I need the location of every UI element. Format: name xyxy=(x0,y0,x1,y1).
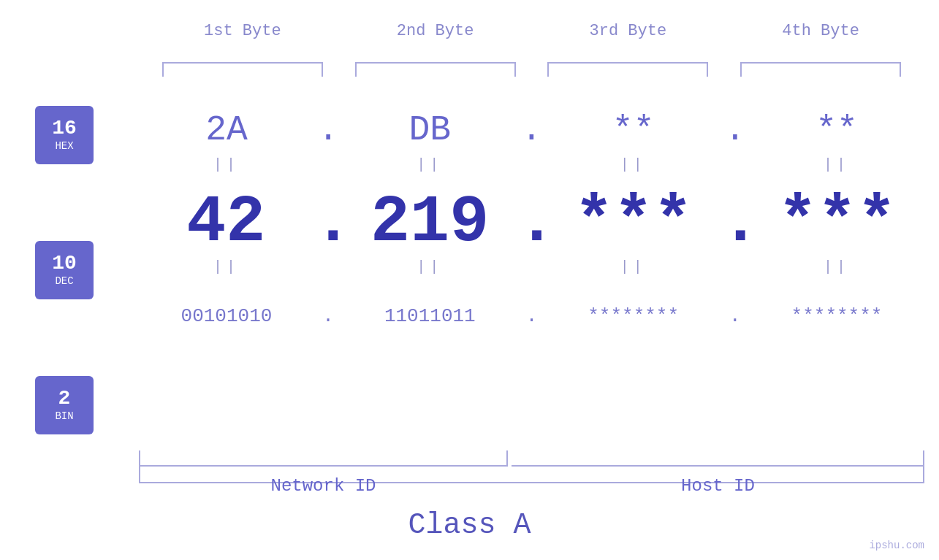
hex-dot-3: . xyxy=(721,110,749,150)
byte-header-4: 4th Byte xyxy=(729,22,912,40)
dec-val-1: 42 xyxy=(186,185,265,260)
hex-cell-1: 2A xyxy=(139,110,314,150)
dec-row: 42 . 219 . *** . *** xyxy=(139,190,924,256)
hex-dot-1: . xyxy=(314,110,342,150)
base-labels: 16 HEX 10 DEC 2 BIN xyxy=(35,106,94,434)
parallel-row-1: || || || || xyxy=(139,153,924,175)
base-badge-hex: 16 HEX xyxy=(35,106,94,164)
bracket-byte-3 xyxy=(547,62,708,77)
byte-header-3: 3rd Byte xyxy=(536,22,719,40)
watermark: ipshu.com xyxy=(869,540,924,551)
bin-val-4: ******** xyxy=(791,305,883,327)
class-label: Class A xyxy=(0,509,939,542)
network-id-label: Network ID xyxy=(139,476,508,496)
network-bracket-bottom xyxy=(139,465,508,467)
parallel-1-3: || xyxy=(546,156,721,173)
host-id-label: Host ID xyxy=(512,476,924,496)
host-bracket-bottom xyxy=(512,465,924,467)
dec-cell-2: 219 xyxy=(343,185,517,260)
dec-cell-1: 42 xyxy=(139,185,313,260)
bin-val-1: 00101010 xyxy=(181,305,273,327)
byte-headers: 1st Byte 2nd Byte 3rd Byte 4th Byte xyxy=(146,22,917,40)
bin-cell-3: ******** xyxy=(546,305,721,327)
dec-cell-3: *** xyxy=(547,185,721,260)
base-badge-dec: 10 DEC xyxy=(35,241,94,299)
parallel-1-1: || xyxy=(139,156,314,173)
parallel-2-1: || xyxy=(139,258,314,275)
hex-name: HEX xyxy=(55,140,73,152)
bin-dot-2: . xyxy=(517,305,545,327)
dec-dot-3: . xyxy=(721,185,750,260)
hex-val-4: ** xyxy=(816,110,858,150)
bin-dot-3: . xyxy=(721,305,749,327)
bracket-byte-1 xyxy=(162,62,323,77)
dec-cell-4: *** xyxy=(750,185,924,260)
byte-header-2: 2nd Byte xyxy=(344,22,527,40)
bin-name: BIN xyxy=(55,410,73,422)
bin-val-3: ******** xyxy=(588,305,679,327)
dec-val-2: 219 xyxy=(370,185,489,260)
dec-val-4: *** xyxy=(778,185,897,260)
main-container: 1st Byte 2nd Byte 3rd Byte 4th Byte 16 H… xyxy=(0,0,939,560)
dec-name: DEC xyxy=(55,275,73,287)
hex-cell-2: DB xyxy=(342,110,517,150)
dec-dot-1: . xyxy=(313,185,343,260)
parallel-2-3: || xyxy=(546,258,721,275)
hex-dot-2: . xyxy=(517,110,545,150)
dec-val-3: *** xyxy=(574,185,693,260)
bracket-byte-4 xyxy=(740,62,901,77)
bin-cell-1: 00101010 xyxy=(139,305,314,327)
bin-cell-4: ******** xyxy=(749,305,924,327)
hex-val-1: 2A xyxy=(205,110,248,150)
hex-num: 16 xyxy=(52,118,77,139)
parallel-2-2: || xyxy=(342,258,517,275)
hex-cell-3: ** xyxy=(546,110,721,150)
bin-val-2: 11011011 xyxy=(384,305,476,327)
bin-dot-1: . xyxy=(314,305,342,327)
parallel-1-4: || xyxy=(749,156,924,173)
network-bracket-right xyxy=(506,450,508,467)
hex-cell-4: ** xyxy=(749,110,924,150)
values-section: 2A . DB . ** . ** || || || || xyxy=(139,80,924,340)
dec-dot-2: . xyxy=(517,185,547,260)
dec-num: 10 xyxy=(52,253,77,274)
host-bracket-right xyxy=(923,450,924,467)
byte-header-1: 1st Byte xyxy=(151,22,334,40)
hex-val-2: DB xyxy=(409,110,452,150)
parallel-1-2: || xyxy=(342,156,517,173)
parallel-2-4: || xyxy=(749,258,924,275)
base-badge-bin: 2 BIN xyxy=(35,376,94,434)
bin-cell-2: 11011011 xyxy=(342,305,517,327)
bin-row: 00101010 . 11011011 . ******** . *******… xyxy=(139,292,924,340)
bracket-byte-2 xyxy=(355,62,516,77)
hex-val-3: ** xyxy=(612,110,655,150)
hex-row: 2A . DB . ** . ** xyxy=(139,106,924,153)
top-brackets xyxy=(146,62,917,77)
network-bracket-left xyxy=(139,450,140,467)
bin-num: 2 xyxy=(58,388,71,409)
